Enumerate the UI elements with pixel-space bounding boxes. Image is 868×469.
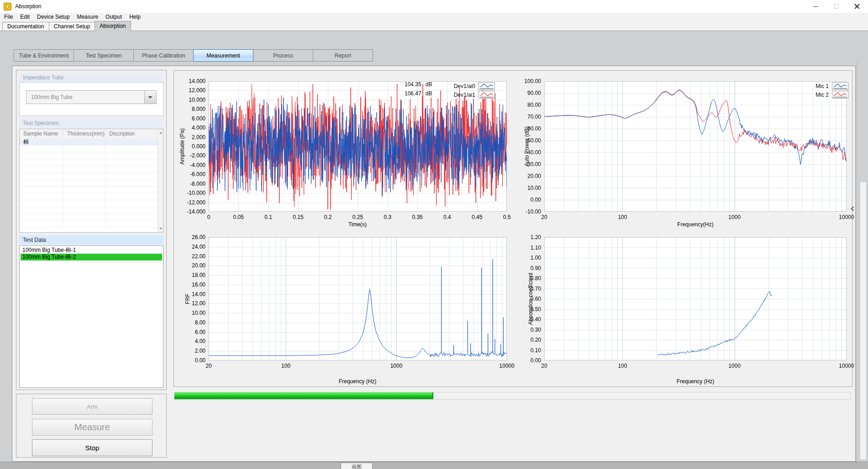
y-tick-label: 1.20 (521, 234, 541, 240)
scroll-up-icon[interactable] (159, 132, 162, 134)
y-tick-label: 1.00 (521, 255, 541, 261)
x-axis-label: Frequency (Hz) (312, 378, 403, 385)
test-data-list[interactable]: 100mm Big Tube-棉-1100mm Big Tube-棉-2 (19, 245, 163, 388)
tube-select-button[interactable] (144, 91, 156, 104)
subtab-test-specimen[interactable]: Test Specimen (74, 49, 134, 62)
subtab-process[interactable]: Process (253, 49, 313, 62)
background-tab[interactable]: 画图 (341, 463, 373, 469)
maximize-button[interactable] (826, 0, 847, 13)
legend-item[interactable]: Dev1/ai1 (383, 90, 495, 99)
legend-item[interactable]: Mic 1 (736, 82, 848, 90)
y-tick-label: 6.000 (174, 115, 205, 122)
specimen-cell (105, 166, 163, 172)
test-data-item[interactable]: 100mm Big Tube-棉-1 (21, 247, 162, 254)
y-axis-label: Amplitude (Pa) (179, 128, 185, 164)
y-tick-label: 0.30 (521, 327, 541, 333)
scroll-down-icon[interactable] (159, 228, 162, 229)
menu-item-file[interactable]: File (0, 13, 16, 21)
tube-select[interactable]: 100mm Big Tube (26, 90, 157, 104)
y-tick-label: 14.000 (174, 78, 205, 84)
progress-bar (174, 392, 851, 400)
specimen-cell (63, 200, 105, 207)
specimen-table-header: Sample Name Thickness(mm) Discription (20, 129, 163, 139)
specimen-row[interactable] (20, 221, 163, 228)
minimize-button[interactable] (805, 0, 826, 13)
specimen-row[interactable]: 棉 (20, 139, 163, 146)
impedance-tube-group: 100mm Big Tube (19, 82, 163, 116)
specimen-cell (63, 221, 105, 227)
subtab-report[interactable]: Report (313, 49, 373, 62)
specimen-row[interactable] (20, 146, 163, 152)
specimen-cell (20, 159, 63, 166)
specimen-row[interactable] (20, 166, 163, 173)
specimen-cell (63, 180, 105, 186)
specimen-row[interactable] (20, 159, 163, 166)
test-data-item[interactable]: 100mm Big Tube-棉-2 (21, 254, 162, 261)
y-tick-label: 8.00 (174, 319, 205, 326)
legend-item[interactable]: Dev1/ai0 (383, 82, 495, 90)
specimen-row[interactable] (20, 193, 163, 200)
specimen-cell (20, 187, 63, 193)
menu-item-edit[interactable]: Edit (16, 13, 33, 21)
y-tick-label: -10.000 (174, 190, 205, 196)
y-axis-label: Auto Power (dB) (524, 126, 530, 167)
legend-item[interactable]: Mic 2 (736, 90, 848, 99)
specimen-table[interactable]: Sample Name Thickness(mm) Discription 棉 (19, 129, 163, 233)
specimen-table-scrollbar[interactable] (158, 129, 163, 232)
tab-channel-setup[interactable]: Channel Setup (49, 22, 95, 31)
menu-item-measure[interactable]: Measure (73, 13, 102, 21)
impedance-tube-label: Impendace Tube (19, 73, 163, 82)
specimen-cell (20, 180, 63, 186)
specimen-row[interactable] (20, 173, 163, 180)
subtab-tube-environment[interactable]: Tube & Environment (14, 49, 74, 62)
frf-plot[interactable] (209, 237, 507, 360)
y-tick-label: 18.00 (174, 272, 205, 278)
specimen-cell (105, 159, 163, 166)
stop-button[interactable]: Stop (32, 439, 153, 456)
specimen-row[interactable] (20, 187, 163, 193)
y-tick-label: -8.000 (174, 181, 205, 187)
specimen-cell (63, 139, 105, 145)
specimen-row[interactable] (20, 152, 163, 159)
close-icon (854, 4, 860, 9)
y-tick-label: 100.00 (521, 78, 541, 84)
subtab-phase-calibration[interactable]: Phase Calibration (133, 49, 194, 62)
specimen-cell (20, 146, 63, 152)
chart-time-waveform: 14.00012.00010.0008.0006.0004.0002.0000.… (174, 71, 514, 230)
absorption-plot[interactable] (544, 237, 847, 360)
measure-button[interactable]: Measure (32, 419, 153, 436)
progress-fill (174, 392, 433, 399)
tab-absorption[interactable]: Absorption (95, 21, 131, 31)
menu-item-device-setup[interactable]: Device Setup (33, 13, 73, 21)
tube-select-value: 100mm Big Tube (31, 94, 73, 100)
menu-item-output[interactable]: Output (102, 13, 126, 21)
subtab-measurement[interactable]: Measurement (193, 49, 253, 62)
specimen-cell (63, 193, 105, 200)
specimen-row[interactable] (20, 214, 163, 221)
tab-documentation[interactable]: Documentation (2, 22, 49, 31)
line-style-icon (832, 91, 848, 99)
x-tick-label: 0.4 (431, 214, 463, 220)
x-tick-label: 0 (193, 214, 225, 220)
specimen-cell (20, 200, 63, 207)
auto-power-plot[interactable] (544, 81, 847, 212)
x-tick-label: 0.2 (312, 214, 344, 220)
sub-tab-strip: Tube & Environment Test Specimen Phase C… (14, 49, 373, 62)
menu-bar: File Edit Device Setup Measure Output He… (0, 13, 868, 21)
specimen-cell (105, 146, 163, 152)
y-tick-label: 20.00 (521, 173, 541, 179)
time-waveform-plot[interactable] (209, 81, 507, 212)
y-tick-label: 90.00 (521, 90, 541, 96)
charts-grid: 14.00012.00010.0008.0006.0004.0002.0000.… (174, 70, 852, 387)
specimen-row[interactable] (20, 207, 163, 214)
x-tick-label: 0.5 (491, 214, 523, 220)
specimen-cell (20, 173, 63, 179)
close-button[interactable] (847, 0, 867, 13)
x-tick-label: 0.45 (461, 214, 493, 220)
menu-item-help[interactable]: Help (126, 13, 144, 21)
specimen-row[interactable] (20, 200, 163, 207)
arm-button[interactable]: Arm (32, 398, 153, 415)
chevron-down-icon (148, 96, 153, 99)
specimen-row[interactable] (20, 180, 163, 187)
vertical-scrollbar[interactable] (860, 182, 867, 460)
